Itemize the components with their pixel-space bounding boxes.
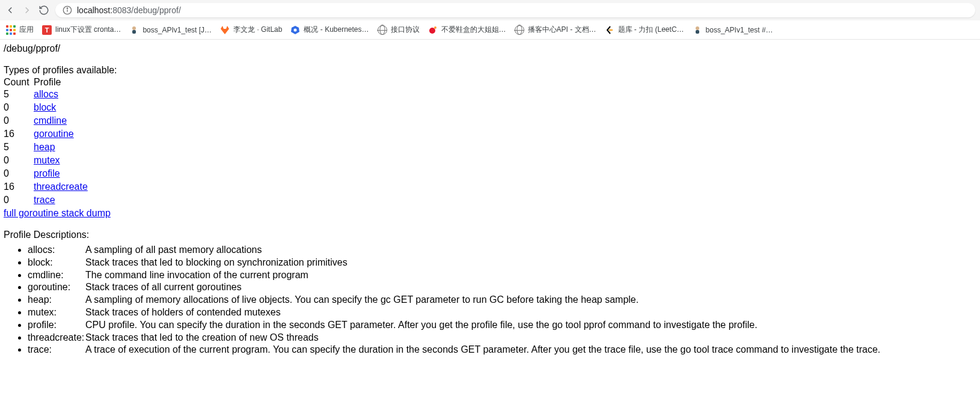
apps-button[interactable]: 应用 xyxy=(6,25,34,35)
svg-point-3 xyxy=(132,26,136,30)
table-row: 16threadcreate xyxy=(4,180,91,193)
desc-name: cmdline: xyxy=(28,269,85,282)
profile-link-threadcreate[interactable]: threadcreate xyxy=(34,181,88,192)
bookmark-label: 概况 - Kubernetes… xyxy=(304,25,369,35)
list-item: trace:A trace of execution of the curren… xyxy=(28,344,976,356)
bookmark-label: 李文龙 · GitLab xyxy=(233,25,282,35)
desc-name: allocs: xyxy=(28,244,85,257)
bookmark-item[interactable]: 题库 - 力扣 (LeetC… xyxy=(605,25,684,35)
desc-name: block: xyxy=(28,257,85,269)
list-item: heap:A sampling of memory allocations of… xyxy=(28,294,976,306)
description-list: allocs:A sampling of all past memory all… xyxy=(4,244,976,356)
browser-toolbar: localhost:8083/debug/pprof/ xyxy=(0,0,980,20)
bookmark-bar: 应用 T linux下设置 cronta… boss_APIv1_test [J… xyxy=(0,20,980,39)
bookmark-item[interactable]: 播客中心API - 文档… xyxy=(515,25,596,35)
kubernetes-icon xyxy=(290,25,300,35)
svg-point-8 xyxy=(434,26,436,29)
globe-icon xyxy=(515,25,524,35)
types-heading: Types of profiles available: xyxy=(4,65,976,76)
profile-link-profile[interactable]: profile xyxy=(34,168,60,178)
bookmark-item[interactable]: T linux下设置 cronta… xyxy=(42,25,121,35)
bookmark-item[interactable]: 李文龙 · GitLab xyxy=(220,25,282,35)
profile-count: 0 xyxy=(4,193,34,207)
bookmark-label: 接口协议 xyxy=(391,25,420,35)
profile-count: 0 xyxy=(4,114,34,127)
desc-text: Stack traces of all current goroutines xyxy=(85,281,976,294)
apps-label: 应用 xyxy=(19,25,34,35)
desc-name: heap: xyxy=(28,294,85,306)
bookmark-label: linux下设置 cronta… xyxy=(55,25,121,35)
svg-rect-10 xyxy=(696,30,699,34)
jenkins-icon xyxy=(693,25,702,35)
profile-count: 16 xyxy=(4,180,34,193)
bookmark-item[interactable]: boss_APIv1_test #… xyxy=(693,25,773,35)
globe-icon xyxy=(378,25,387,35)
desc-text: Stack traces that led to blocking on syn… xyxy=(85,257,976,269)
bookmark-item[interactable]: 概况 - Kubernetes… xyxy=(290,25,369,35)
profile-count: 5 xyxy=(4,141,34,154)
bookmark-label: boss_APIv1_test [J… xyxy=(142,26,212,34)
info-icon xyxy=(63,5,72,15)
table-row: 5heap xyxy=(4,141,91,154)
list-item: threadcreate:Stack traces that led to th… xyxy=(28,332,976,344)
profile-header: Profile xyxy=(34,77,91,88)
profile-count: 16 xyxy=(4,127,34,141)
weibo-icon xyxy=(428,25,438,35)
list-item: profile:CPU profile. You can specify the… xyxy=(28,319,976,332)
t-icon: T xyxy=(42,25,52,35)
list-item: mutex:Stack traces of holders of contend… xyxy=(28,306,976,319)
svg-point-7 xyxy=(429,28,435,34)
table-row: 0trace xyxy=(4,193,91,207)
forward-button[interactable] xyxy=(22,5,32,16)
url-text: localhost:8083/debug/pprof/ xyxy=(77,5,181,15)
profile-link-cmdline[interactable]: cmdline xyxy=(34,115,67,126)
profile-link-block[interactable]: block xyxy=(34,102,56,112)
desc-text: A sampling of all past memory allocation… xyxy=(85,244,976,257)
gitlab-icon xyxy=(220,25,230,35)
desc-text: The command line invocation of the curre… xyxy=(85,269,976,282)
bookmark-label: boss_APIv1_test #… xyxy=(706,26,773,34)
bookmark-label: 不爱鞋盒的大姐姐… xyxy=(441,25,506,35)
desc-name: mutex: xyxy=(28,306,85,319)
svg-rect-4 xyxy=(132,30,136,34)
back-button[interactable] xyxy=(5,5,16,16)
reload-button[interactable] xyxy=(38,5,49,16)
profile-count: 0 xyxy=(4,101,34,114)
bookmark-item[interactable]: 接口协议 xyxy=(378,25,420,35)
desc-name: profile: xyxy=(28,319,85,332)
table-row: 0block xyxy=(4,101,91,114)
jenkins-icon xyxy=(129,25,139,35)
desc-text: A trace of execution of the current prog… xyxy=(85,344,976,356)
list-item: cmdline:The command line invocation of t… xyxy=(28,269,976,282)
svg-point-9 xyxy=(696,26,699,30)
full-goroutine-dump-link[interactable]: full goroutine stack dump xyxy=(4,208,111,219)
svg-point-6 xyxy=(294,28,297,31)
table-row: 5allocs xyxy=(4,88,91,101)
page-content: /debug/pprof/ Types of profiles availabl… xyxy=(0,40,980,360)
profile-link-mutex[interactable]: mutex xyxy=(34,155,60,165)
profile-count: 5 xyxy=(4,88,34,101)
profile-link-goroutine[interactable]: goroutine xyxy=(34,129,74,139)
profile-link-allocs[interactable]: allocs xyxy=(34,89,58,99)
profile-table: Count Profile 5allocs0block0cmdline16gor… xyxy=(4,77,91,207)
table-row: 0mutex xyxy=(4,154,91,167)
url-bar[interactable]: localhost:8083/debug/pprof/ xyxy=(55,3,975,17)
bookmark-item[interactable]: 不爱鞋盒的大姐姐… xyxy=(428,25,506,35)
bookmark-label: 播客中心API - 文档… xyxy=(528,25,596,35)
desc-text: Stack traces that led to the creation of… xyxy=(85,332,976,344)
bookmark-item[interactable]: boss_APIv1_test [J… xyxy=(129,25,212,35)
profile-link-trace[interactable]: trace xyxy=(34,195,55,205)
svg-point-2 xyxy=(67,8,67,8)
count-header: Count xyxy=(4,77,34,88)
profile-count: 0 xyxy=(4,167,34,180)
desc-name: trace: xyxy=(28,344,85,356)
profile-link-heap[interactable]: heap xyxy=(34,142,55,152)
table-row: 0profile xyxy=(4,167,91,180)
desc-name: threadcreate: xyxy=(28,332,85,344)
apps-icon xyxy=(6,25,16,35)
desc-text: CPU profile. You can specify the duratio… xyxy=(85,319,976,332)
desc-text: A sampling of memory allocations of live… xyxy=(85,294,976,306)
table-header-row: Count Profile xyxy=(4,77,91,88)
table-row: 0cmdline xyxy=(4,114,91,127)
list-item: goroutine:Stack traces of all current go… xyxy=(28,281,976,294)
